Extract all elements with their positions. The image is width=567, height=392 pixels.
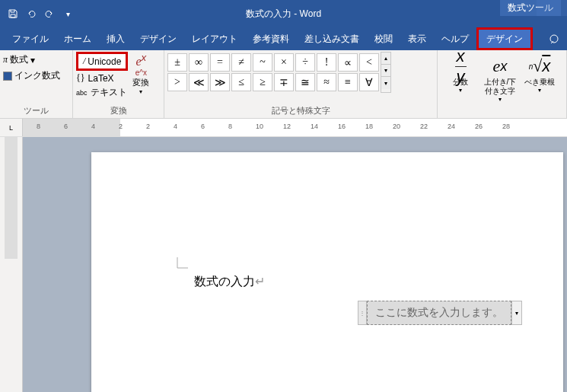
ruler-tick-label: 4 <box>91 123 95 130</box>
script-button[interactable]: ex 上付き/下付き文字 ▾ <box>480 52 520 103</box>
symbol-button[interactable]: ∀ <box>359 73 379 91</box>
equation-dropdown[interactable]: π 数式 ▾ <box>3 52 69 68</box>
symbol-button[interactable]: > <box>167 73 187 91</box>
symbols-scroll-up[interactable]: ▴ <box>381 53 390 65</box>
symbol-button[interactable]: ± <box>167 53 187 72</box>
symbol-button[interactable]: ÷ <box>295 53 315 72</box>
ruler-tick-label: 2 <box>146 123 150 130</box>
ruler-tick-label: 22 <box>420 123 428 130</box>
symbol-button[interactable]: = <box>210 53 230 72</box>
ruler-tick-label: 14 <box>311 123 318 130</box>
ruler-tick-label: 20 <box>393 123 400 130</box>
ruler-tick-label: 2 <box>119 123 123 130</box>
tab-view[interactable]: 表示 <box>400 27 434 50</box>
symbol-button[interactable]: ≈ <box>317 73 336 91</box>
tab-design[interactable]: デザイン <box>132 27 184 50</box>
tab-mailings[interactable]: 差し込み文書 <box>297 27 367 50</box>
horizontal-ruler[interactable]: 8642246810121416182022242628 <box>23 119 567 136</box>
ruler-tick-label: 10 <box>256 123 263 130</box>
ribbon-group-structures: xy 分数 ▾ ex 上付き/下付き文字 ▾ n√x べき乗根 ▾ <box>438 50 567 118</box>
save-button[interactable] <box>5 5 21 22</box>
text-button[interactable]: abcテキスト <box>76 85 128 100</box>
tab-review[interactable]: 校閲 <box>367 27 400 50</box>
symbol-button[interactable]: ~ <box>253 53 272 72</box>
tab-file[interactable]: ファイル <box>5 27 56 50</box>
symbol-button[interactable]: ∝ <box>338 53 358 72</box>
redo-button[interactable] <box>41 5 58 22</box>
symbol-button[interactable]: ≪ <box>189 73 209 91</box>
qat-customize[interactable]: ▾ <box>59 5 76 22</box>
equation-options-dropdown[interactable]: ▾ <box>511 301 522 325</box>
convert-button[interactable]: ex e^x 変換 ▾ <box>132 52 149 95</box>
vertical-ruler[interactable] <box>0 137 23 392</box>
tab-equation-design[interactable]: デザイン <box>476 27 533 50</box>
symbol-button[interactable]: ∞ <box>189 53 209 72</box>
document-area[interactable]: 数式の入力↵ ⋮ ここに数式を入力します。 ▾ <box>23 137 567 392</box>
group-label-tools: ツール <box>3 104 69 118</box>
ribbon-group-tools: π 数式 ▾ インク数式 ツール <box>0 50 73 118</box>
unicode-button[interactable]: / Unicode <box>76 52 128 71</box>
equation-placeholder[interactable]: ここに数式を入力します。 <box>367 301 511 325</box>
checkbox-icon <box>3 72 12 81</box>
paragraph-mark-icon <box>175 255 192 275</box>
tab-layout[interactable]: レイアウト <box>184 27 245 50</box>
ruler-tick-label: 6 <box>201 123 205 130</box>
ruler-tick-label: 16 <box>338 123 346 130</box>
symbol-button[interactable]: ∓ <box>274 73 294 91</box>
symbol-button[interactable]: × <box>274 53 294 72</box>
group-label-conversion: 変換 <box>76 104 161 118</box>
ruler-tick-label: 8 <box>228 123 232 130</box>
ruler-tick-label: 24 <box>448 123 455 130</box>
undo-button[interactable] <box>23 5 40 22</box>
ruler-tick-label: 12 <box>283 123 291 130</box>
symbols-more[interactable]: ▾ <box>381 77 390 89</box>
symbol-button[interactable]: ≤ <box>231 73 251 91</box>
pi-icon: π <box>3 54 8 65</box>
tab-insert[interactable]: 挿入 <box>99 27 132 50</box>
tab-references[interactable]: 参考資料 <box>245 27 297 50</box>
symbol-button[interactable]: < <box>359 53 379 72</box>
window-title: 数式の入力 - Word <box>246 8 321 21</box>
ribbon-group-conversion: / Unicode {}LaTeX abcテキスト ex e^x 変換 ▾ 変換 <box>73 50 164 118</box>
symbols-scroll-down[interactable]: ▾ <box>381 65 390 77</box>
ruler-tab-selector[interactable]: L <box>0 119 23 136</box>
ruler-tick-label: 28 <box>502 123 510 130</box>
latex-button[interactable]: {}LaTeX <box>76 72 128 84</box>
ribbon-group-symbols: ±∞=≠~×÷!∝<>≪≫≤≥∓≅≈≡∀ ▴ ▾ ▾ 記号と特殊文字 <box>164 50 438 118</box>
radical-button[interactable]: n√x べき乗根 ▾ <box>520 52 559 103</box>
symbol-button[interactable]: ≫ <box>210 73 230 91</box>
group-label-symbols: 記号と特殊文字 <box>167 104 434 118</box>
tell-me-icon[interactable] <box>541 27 567 50</box>
equation-move-handle[interactable]: ⋮ <box>358 301 367 325</box>
symbol-button[interactable]: ≅ <box>295 73 315 91</box>
svg-point-0 <box>550 35 558 43</box>
ruler-tick-label: 6 <box>64 123 68 130</box>
ink-equation-button[interactable]: インク数式 <box>3 68 69 84</box>
symbol-button[interactable]: ≥ <box>253 73 272 91</box>
contextual-tab-label: 数式ツール <box>500 0 561 16</box>
tab-home[interactable]: ホーム <box>56 27 99 50</box>
page: 数式の入力↵ ⋮ ここに数式を入力します。 ▾ <box>91 152 563 392</box>
symbol-button[interactable]: ! <box>317 53 336 72</box>
body-text: 数式の入力↵ <box>194 274 265 290</box>
symbol-button[interactable]: ≡ <box>338 73 358 91</box>
ruler-tick-label: 26 <box>475 123 483 130</box>
fraction-button[interactable]: xy 分数 ▾ <box>441 52 480 103</box>
ruler-tick-label: 18 <box>365 123 373 130</box>
ruler-tick-label: 4 <box>174 123 177 130</box>
symbol-button[interactable]: ≠ <box>231 53 251 72</box>
ruler-tick-label: 8 <box>37 123 40 130</box>
